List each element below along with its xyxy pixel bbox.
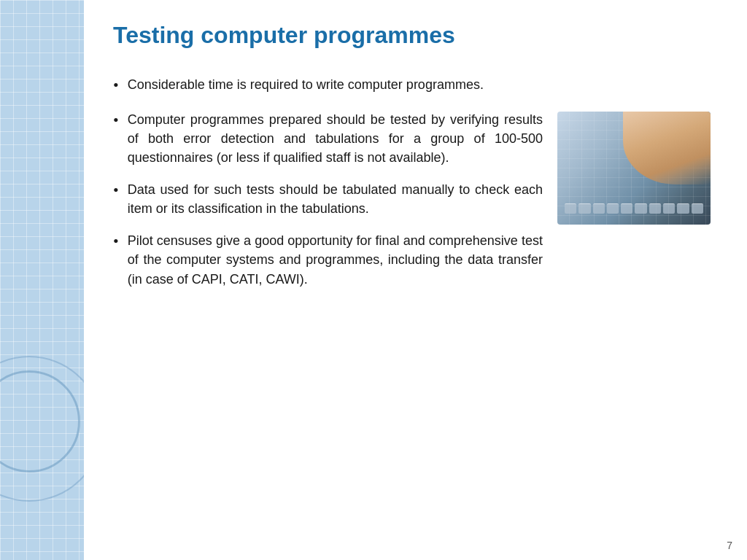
bullet-text-3: Data used for such tests should be tabul…: [128, 180, 543, 218]
key: [663, 203, 675, 214]
key: [621, 203, 632, 214]
main-content: Testing computer programmes • Considerab…: [84, 0, 747, 560]
list-item: • Computer programmes prepared should be…: [113, 110, 543, 167]
list-item: • Data used for such tests should be tab…: [113, 180, 543, 218]
bullet-dot-4: •: [113, 230, 119, 253]
keyboard-photo: [557, 112, 711, 225]
image-section: [557, 75, 718, 538]
key: [677, 203, 689, 214]
circle-decoration-2: [0, 356, 84, 502]
key: [565, 203, 576, 214]
key: [635, 203, 646, 214]
key: [692, 203, 703, 214]
slide-title: Testing computer programmes: [113, 22, 718, 55]
bullet-dot-2: •: [113, 109, 119, 132]
key: [578, 203, 590, 214]
bullet-dot-3: •: [113, 179, 119, 202]
bullet-dot-1: •: [113, 74, 119, 97]
list-item: • Pilot censuses give a good opportunity…: [113, 231, 543, 288]
left-decorative-panel: [0, 0, 84, 560]
key: [607, 203, 619, 214]
bullet-text-2: Computer programmes prepared should be t…: [128, 110, 543, 167]
key: [649, 203, 661, 214]
page-number: 7: [727, 540, 732, 551]
slide-container: Testing computer programmes • Considerab…: [0, 0, 747, 560]
content-area: • Considerable time is required to write…: [113, 75, 718, 538]
bullet-section: • Considerable time is required to write…: [113, 75, 543, 538]
keyboard-keys-decoration: [565, 203, 703, 214]
key: [593, 203, 605, 214]
list-item: • Considerable time is required to write…: [113, 75, 543, 97]
bullet-text-1: Considerable time is required to write c…: [128, 75, 543, 94]
bullet-text-4: Pilot censuses give a good opportunity f…: [128, 231, 543, 288]
